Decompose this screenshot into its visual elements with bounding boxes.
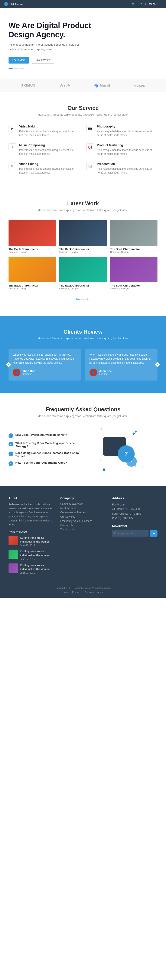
faq-item-1[interactable]: 2 What Is The Big R For Marketing Your B…: [8, 442, 80, 448]
work-item-0[interactable]: The Back Chiropractor Ceramics, Design: [8, 220, 56, 253]
service-item-3: 📢 Product Marketing Pellentesque habitan…: [86, 143, 158, 156]
faq-item-0[interactable]: 1 Low Cost Advertising Available or Not?: [8, 433, 80, 438]
services-subtitle: Malesuada fames ac turpis egestas. Vesti…: [8, 113, 158, 116]
work-item-2[interactable]: The Back Chiropractor Ceramics, Design: [110, 220, 158, 253]
service-desc-5: Pellentesque habitant morbi tristique se…: [97, 167, 158, 175]
footer-link-terms[interactable]: Terms of Use: [60, 528, 106, 531]
navbar-right: 🔍 f t ⚙ MENU ☰: [132, 3, 162, 6]
service-info-0: Video Making Pellentesque habitant morbi…: [19, 125, 80, 137]
work-image-5: [110, 257, 158, 282]
faq-num-1: 2: [8, 442, 13, 446]
recent-post-1[interactable]: Curling irons are as individual as the w…: [8, 550, 54, 561]
faq-num-2: 3: [8, 452, 13, 456]
work-title-1: The Back Chiropractor: [59, 248, 106, 251]
hero-dot-1[interactable]: [8, 68, 13, 68]
footer-link-company-overview[interactable]: Company Overview: [60, 503, 106, 506]
faq-plus-1: +: [134, 430, 137, 434]
work-cat-1: Ceramics, Design: [59, 251, 106, 253]
faq-question-0: Low Cost Advertising Available or Not?: [15, 433, 67, 436]
recent-post-2[interactable]: Curling irons are as individual as the w…: [8, 563, 54, 575]
live-preview-button[interactable]: Live Preview: [32, 57, 54, 64]
work-item-4[interactable]: The Back Chiropractor Ceramics, Design: [59, 257, 106, 290]
work-title-4: The Back Chiropractor: [59, 284, 106, 287]
hamburger-icon[interactable]: ☰: [160, 3, 162, 6]
footer-bottom: Copyright © 2016 Company Name. All right…: [8, 583, 158, 593]
footer-link-awesome-partners[interactable]: Our Awesome Partners: [60, 511, 106, 514]
more-works-button[interactable]: More Works: [71, 296, 94, 303]
review-card-0: ‹ When I was just starting 6th grade I g…: [8, 348, 81, 380]
brand-name: Flat Theme: [9, 3, 24, 6]
service-desc-4: Pellentesque habitant morbi tristique se…: [19, 167, 80, 175]
hero-dots: [8, 68, 158, 68]
review-prev-arrow[interactable]: ‹: [6, 363, 11, 367]
logo-morbi: 🌀 Morbi: [94, 84, 110, 88]
settings-icon[interactable]: ⚙: [144, 3, 147, 6]
recent-post-0[interactable]: Curling irons are as individual as the w…: [8, 536, 54, 547]
faq-list: 1 Low Cost Advertising Available or Not?…: [8, 433, 80, 466]
review-author-info-1: Jhon Doe designer: [99, 369, 112, 375]
latest-work-section: Latest Work Malesuada fames ac turpis eg…: [0, 188, 166, 316]
post-title-1: Curling irons are as individual as the w…: [20, 550, 54, 557]
post-date-1: June 27, 2015: [20, 558, 35, 560]
video-making-icon: ▶: [8, 125, 16, 132]
post-date-0: June 27, 2015: [20, 544, 35, 547]
hero-dot-3[interactable]: [20, 68, 24, 68]
service-desc-1: Pellentesque habitant morbi tristique se…: [97, 129, 158, 137]
product-marketing-icon: 📢: [86, 143, 94, 151]
work-item-3[interactable]: The Back Chiropractor Ceramics, Design: [8, 257, 56, 290]
footer-bottom-about[interactable]: About: [97, 591, 104, 593]
footer-bottom-products[interactable]: Products: [72, 591, 81, 593]
facebook-icon[interactable]: f: [138, 3, 138, 6]
footer-newsletter-title: Newsletter: [112, 524, 158, 528]
review-avatar-0: 👤: [13, 369, 21, 376]
footer-link-faq[interactable]: Frequently Asked Questions: [60, 520, 106, 522]
newsletter-form: ➤: [112, 530, 158, 536]
faq-question-bubble: ?: [118, 445, 135, 462]
faq-item-2[interactable]: 3 Does Using Banner Stands Increase Trad…: [8, 451, 80, 458]
footer-link-our-services[interactable]: Our Services: [60, 515, 106, 518]
menu-label[interactable]: MENU: [149, 3, 157, 5]
work-item-5[interactable]: The Back Chiropractor Ceramics, Design: [110, 257, 158, 290]
newsletter-input[interactable]: [112, 530, 149, 536]
search-icon[interactable]: 🔍: [132, 3, 135, 6]
service-item-2: ♪ Music Composing Pellentesque habitant …: [8, 143, 80, 156]
faq-title: Frequently Asked Questions: [8, 406, 158, 413]
hero-buttons: Learn More Live Preview: [8, 57, 158, 64]
post-image-1: [8, 550, 18, 559]
music-composing-icon: ♪: [8, 143, 16, 151]
recent-posts-list: Curling irons are as individual as the w…: [8, 536, 54, 575]
review-name-1: Jhon Doe: [99, 369, 112, 373]
work-image-2: [110, 220, 158, 246]
footer-link-contact[interactable]: Contact Us: [60, 524, 106, 527]
post-title-0: Curling irons are as individual as the w…: [20, 536, 54, 544]
logo-crimus: GRIMUS: [21, 84, 35, 88]
footer-street: 449 Route 28, Suite 400: [112, 507, 158, 512]
review-avatar-1: 👤: [90, 369, 97, 376]
work-item-1[interactable]: The Back Chiropractor Ceramics, Design: [59, 220, 106, 253]
newsletter-submit-button[interactable]: ➤: [150, 530, 158, 536]
footer-bottom-services[interactable]: Services: [85, 591, 94, 593]
faq-decorative: + + + ? ?: [98, 426, 145, 473]
post-info-2: Curling irons are as individual as the w…: [20, 563, 54, 575]
work-cat-2: Ceramics, Design: [110, 251, 158, 253]
hero-dot-2[interactable]: [14, 68, 18, 68]
post-image-0: [8, 536, 18, 545]
footer-bottom-home[interactable]: Home: [63, 591, 69, 593]
faq-item-3[interactable]: 4 How To Write Better Advertising Copy?: [8, 461, 80, 466]
presentation-icon: 📊: [86, 162, 94, 170]
review-text-1: When I was just starting 6th grade I got…: [90, 353, 153, 365]
logo-icon: [4, 2, 8, 6]
service-info-1: Photography Pellentesque habitant morbi …: [97, 125, 158, 137]
work-image-0: [8, 220, 56, 246]
service-info-2: Music Composing Pellentesque habitant mo…: [19, 143, 80, 156]
latest-work-subtitle: Malesuada fames ac turpis egestas. Vesti…: [8, 208, 158, 212]
learn-more-button[interactable]: Learn More: [8, 57, 29, 64]
footer-company-name: Flat Pro, Inc.: [112, 503, 158, 507]
work-grid: The Back Chiropractor Ceramics, Design T…: [8, 220, 158, 290]
work-title-3: The Back Chiropractor: [8, 284, 56, 287]
footer-link-meet-the-team[interactable]: Meet the Team: [60, 507, 106, 510]
review-next-arrow[interactable]: ›: [155, 363, 160, 367]
recent-posts-title: Recent Posts: [8, 530, 54, 534]
twitter-icon[interactable]: t: [141, 3, 141, 6]
post-info-0: Curling irons are as individual as the w…: [20, 536, 54, 547]
